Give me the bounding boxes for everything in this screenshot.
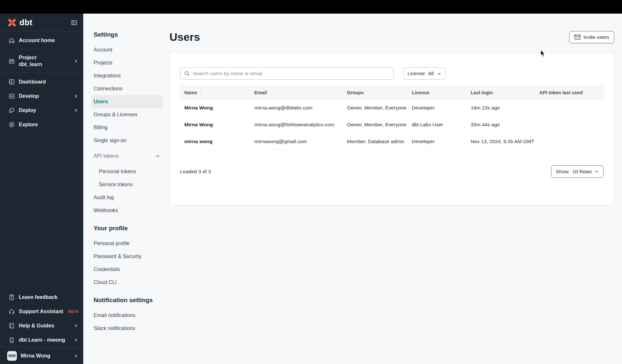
sidebar-item-project[interactable]: Project dbt_learn bbox=[0, 50, 83, 73]
cell-last-login: 33m 44s ago bbox=[466, 116, 535, 133]
headset-icon bbox=[8, 308, 15, 315]
sidebar-item-org-account[interactable]: dbt Learn - mwong bbox=[0, 333, 83, 347]
table-row[interactable]: mirna wong mirnawong@gmail.com Member, D… bbox=[180, 133, 604, 150]
sidebar-item-support-assistant[interactable]: Support Assistant BETA bbox=[0, 304, 83, 319]
settings-nav-cloud-cli[interactable]: Cloud CLI bbox=[91, 276, 163, 289]
cell-groups: Member, Database admin bbox=[343, 133, 408, 150]
table-row[interactable]: Mirna Wong mirna.wong@fishtownanalytics.… bbox=[180, 116, 604, 133]
users-table: Name↑ Email Groups License Last login AP… bbox=[180, 86, 604, 150]
settings-nav-slack-notifications[interactable]: Slack notifications bbox=[91, 322, 163, 335]
settings-nav-service-tokens[interactable]: Service tokens bbox=[91, 178, 163, 191]
sidebar-item-label: dbt Learn - mwong bbox=[19, 337, 65, 343]
clipboard-icon bbox=[8, 294, 15, 301]
book-icon bbox=[8, 323, 15, 329]
settings-nav-personal-profile[interactable]: Personal profile bbox=[91, 237, 163, 250]
cell-email: mirnawong@gmail.com bbox=[250, 133, 343, 150]
license-filter-value: All bbox=[428, 71, 433, 76]
settings-nav-single-sign-on[interactable]: Single sign-on bbox=[91, 134, 163, 147]
sidebar-item-label: Account home bbox=[19, 38, 55, 43]
cell-name: Mirna Wong bbox=[180, 116, 250, 133]
sort-ascending-icon: ↑ bbox=[199, 90, 202, 95]
license-filter-dropdown[interactable]: License All bbox=[403, 67, 446, 80]
settings-nav-webhooks[interactable]: Webhooks bbox=[91, 204, 163, 217]
project-name: dbt_learn bbox=[19, 61, 42, 68]
cell-api-token bbox=[535, 116, 604, 133]
sidebar-item-label: Deploy bbox=[19, 108, 36, 113]
dashboard-icon bbox=[8, 79, 15, 85]
table-row[interactable]: Mirna Wong mirna.wong@dbtlabs.com Owner,… bbox=[180, 99, 604, 116]
sidebar-logo-row: dbt bbox=[0, 14, 83, 32]
loaded-count-text: Loaded 3 of 3 bbox=[180, 169, 211, 175]
column-header-groups[interactable]: Groups bbox=[343, 86, 408, 99]
settings-nav-connections[interactable]: Connections bbox=[91, 82, 163, 95]
app-window: dbt Account home bbox=[0, 14, 622, 364]
settings-nav-billing[interactable]: Billing bbox=[91, 121, 163, 134]
settings-nav-users[interactable]: Users bbox=[91, 95, 163, 108]
settings-nav-title: Settings bbox=[91, 31, 163, 38]
settings-nav-api-tokens[interactable]: API tokens bbox=[91, 150, 163, 163]
cell-name: mirna wong bbox=[180, 133, 250, 150]
sidebar-item-account-home[interactable]: Account home bbox=[0, 32, 83, 50]
column-header-name[interactable]: Name↑ bbox=[180, 86, 250, 99]
chevron-down-icon bbox=[594, 169, 599, 174]
column-header-last-login[interactable]: Last login bbox=[466, 86, 535, 99]
license-filter-label: License bbox=[408, 71, 425, 76]
beta-badge: BETA bbox=[68, 310, 78, 313]
notifications-section-title: Notification settings bbox=[91, 297, 163, 304]
sidebar-item-deploy[interactable]: Deploy bbox=[0, 103, 83, 118]
settings-nav-groups-licenses[interactable]: Groups & Licenses bbox=[91, 108, 163, 121]
compass-icon bbox=[8, 121, 15, 128]
sidebar-item-help-guides[interactable]: Help & Guides bbox=[0, 319, 83, 333]
cell-groups: Owner, Member, Everyone bbox=[343, 116, 408, 133]
chevron-right-icon bbox=[74, 338, 78, 342]
project-icon bbox=[8, 58, 15, 64]
sidebar-item-label: Help & Guides bbox=[19, 323, 54, 329]
settings-nav-password-security[interactable]: Password & Security bbox=[91, 250, 163, 263]
column-header-email[interactable]: Email bbox=[250, 86, 343, 99]
show-label: Show: bbox=[556, 169, 570, 175]
settings-nav-account[interactable]: Account bbox=[91, 43, 163, 56]
os-top-bar bbox=[0, 0, 622, 14]
profile-section-title: Your profile bbox=[91, 225, 163, 232]
sidebar-bottom-group: Leave feedback Support Assistant BETA bbox=[0, 290, 83, 364]
dbt-logo[interactable]: dbt bbox=[7, 18, 32, 28]
main-content: Users Invite users License All bbox=[168, 14, 622, 364]
settings-nav-integrations[interactable]: Integrations bbox=[91, 69, 163, 82]
cell-last-login: Nov 13, 2024, 9:35 AM GMT bbox=[466, 133, 535, 150]
search-icon bbox=[184, 71, 190, 76]
building-icon bbox=[8, 337, 15, 343]
invite-users-button[interactable]: Invite users bbox=[569, 31, 614, 43]
mail-icon bbox=[574, 35, 581, 40]
home-icon bbox=[8, 37, 15, 44]
sidebar-item-leave-feedback[interactable]: Leave feedback bbox=[0, 290, 83, 304]
chevron-right-icon bbox=[74, 108, 78, 113]
search-box[interactable] bbox=[180, 67, 394, 80]
cell-license: dbt Labs User bbox=[408, 116, 466, 133]
settings-nav-personal-tokens[interactable]: Personal tokens bbox=[91, 165, 163, 178]
user-name-label: Mirna Wong bbox=[21, 353, 50, 359]
sidebar-item-label: Support Assistant bbox=[19, 309, 63, 314]
dbt-logo-text: dbt bbox=[19, 18, 32, 27]
settings-nav-projects[interactable]: Projects bbox=[91, 56, 163, 69]
code-icon bbox=[8, 93, 15, 99]
sidebar-item-explore[interactable]: Explore bbox=[0, 118, 83, 132]
cell-last-login: 18m 23s ago bbox=[466, 99, 535, 116]
sidebar-item-dashboard[interactable]: Dashboard bbox=[0, 75, 83, 89]
project-label: Project bbox=[19, 54, 42, 61]
invite-users-label: Invite users bbox=[583, 34, 609, 40]
collapse-sidebar-icon[interactable] bbox=[71, 19, 77, 26]
search-input[interactable] bbox=[193, 71, 390, 76]
settings-nav-credentials[interactable]: Credentials bbox=[91, 263, 163, 276]
chevron-right-icon bbox=[74, 59, 78, 63]
column-header-api-token[interactable]: API token last used bbox=[535, 86, 604, 99]
rows-per-page-dropdown[interactable]: Show: 10 Rows bbox=[551, 165, 604, 178]
sidebar-item-label: Dashboard bbox=[19, 79, 46, 85]
settings-nav: Settings Account Projects Integrations C… bbox=[83, 14, 168, 364]
sidebar-item-label: Develop bbox=[19, 93, 39, 99]
column-header-license[interactable]: License bbox=[408, 86, 466, 99]
settings-nav-audit-log[interactable]: Audit log bbox=[91, 191, 163, 204]
sidebar-user-menu[interactable]: MW Mirna Wong bbox=[0, 347, 83, 364]
primary-sidebar: dbt Account home bbox=[0, 14, 83, 364]
settings-nav-email-notifications[interactable]: Email notifications bbox=[91, 309, 163, 322]
sidebar-item-develop[interactable]: Develop bbox=[0, 89, 83, 103]
